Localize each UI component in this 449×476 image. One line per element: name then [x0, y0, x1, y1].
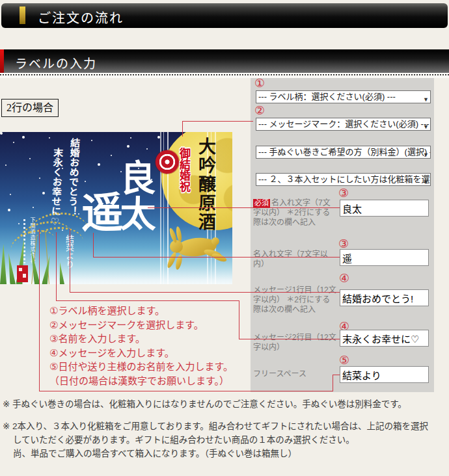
connector-name1 — [148, 207, 340, 208]
connector-msg2-h2 — [239, 339, 340, 339]
gold-accent-bar — [20, 7, 25, 24]
instruction-step: ①ラベル柄を選択します。 — [49, 304, 239, 318]
step-number-2: ② — [254, 105, 265, 116]
instruction-steps: ①ラベル柄を選択します。 ②メッセージマークを選択します。 ③名前を入力します。… — [49, 304, 239, 388]
case-label: 2行の場合 — [1, 99, 59, 117]
step-number-1: ① — [254, 77, 265, 89]
freespace-field-label: フリースペース — [253, 369, 336, 379]
connector-msg1-h — [70, 292, 340, 293]
dotted-separator — [0, 74, 449, 75]
message2-field-label: メッセージ2行目（12文字以内） — [253, 333, 336, 352]
message-line2-input[interactable] — [340, 330, 429, 347]
red-accent-bar — [0, 49, 4, 73]
step-number-4a: ④ — [339, 272, 349, 284]
instruction-step: （日付の場合は漢数字でお願いします。） — [49, 374, 239, 388]
step-number-3a: ③ — [338, 187, 349, 199]
rice-ear-graphic — [33, 226, 84, 258]
connector-msg1-v — [70, 229, 70, 293]
note-line: ※ 2本入り、３本入り化粧箱をご用意しております。組み合わせてギフトにされたい場… — [3, 419, 428, 432]
hanko-seal-icon — [17, 265, 28, 282]
tenugui-wrap-select-value: --- 手ぬぐい巻きご希望の方（別料金）(選択) --- — [258, 147, 431, 157]
dropdown-arrow-icon: ▼ — [423, 121, 429, 131]
occasion-stamp-text: 御結婚祝 — [176, 148, 192, 220]
name-line1-input[interactable] — [340, 200, 429, 217]
connector-freespace-h1 — [39, 391, 333, 391]
tenugui-wrap-select[interactable]: --- 手ぬぐい巻きご希望の方（別料金）(選択) --- ▼ — [256, 146, 431, 159]
message-line1-input[interactable] — [340, 289, 429, 306]
name-line2-input[interactable] — [340, 249, 429, 266]
dropdown-arrow-icon: ▼ — [423, 176, 429, 186]
grass-graphic — [6, 253, 18, 284]
page-title: ご注文の流れ — [38, 8, 124, 27]
header-bar: ご注文の流れ — [1, 3, 448, 28]
order-flow-page: ご注文の流れ ラベルの入力 2行の場合 御結婚祝 大吟醸原酒 良太 遥 結婚おめ… — [0, 0, 449, 476]
step-number-5: ⑤ — [339, 354, 349, 366]
gift-box-select[interactable]: --- ２、３本入セットにしたい方は化粧箱を選択 --- ▼ — [256, 173, 431, 186]
message-mark-select[interactable]: --- メッセージマーク：選択ください(必須) --- ▼ — [256, 118, 431, 131]
free-space-input[interactable] — [340, 366, 429, 383]
name2-field-label: 名入れ文字（7文字以内） — [253, 250, 336, 269]
dropdown-arrow-icon: ▼ — [423, 149, 429, 159]
instruction-step: ②メッセージマークを選択します。 — [49, 318, 239, 332]
rabbit-icon — [163, 226, 228, 274]
instruction-step: ④メッセージを入力します。 — [49, 346, 239, 360]
gift-box-select-value: --- ２、３本入セットにしたい方は化粧箱を選択 --- — [258, 174, 431, 184]
product-name-text: 大吟醸原酒 — [193, 137, 219, 240]
message-mark-select-value: --- メッセージマーク：選択ください(必須) --- — [258, 119, 429, 129]
instruction-step: ⑤日付や送り主様のお名前を入力します。 — [49, 360, 239, 374]
note-line: ※ 手ぬぐい巻きの場合は、化粧箱入りにはなりませんのでご注意ください。手ぬぐい巻… — [3, 397, 407, 410]
section-bar: ラベルの入力 — [0, 49, 449, 73]
connector-msg2-v2 — [239, 300, 239, 339]
dropdown-arrow-icon: ▼ — [423, 94, 429, 103]
required-badge: 必須 — [253, 199, 270, 207]
stars-large — [0, 132, 3, 135]
message1-field-label: メッセージ1行目（12文字以内） ＊2行にする際は次の欄へ記入 — [253, 285, 336, 315]
note-line: していただく必要があります。ギフトに組み合わせたい商品の１本のみ選択ください。 — [13, 432, 355, 445]
note-line: 尚、単品でご購入の場合すべて箱入になります。（手ぬぐい巻は箱無し） — [13, 446, 297, 459]
name1-field-label: 必須名入れ文字（7文字以内） ＊2行にする際は次の欄へ記入 — [253, 198, 336, 228]
section-title: ラベルの入力 — [15, 54, 97, 72]
label-pattern-select[interactable]: --- ラベル柄：選択ください(必須) --- ▼ — [256, 90, 431, 103]
instruction-step: ③名前を入力します。 — [49, 332, 239, 346]
connector-moon-h — [182, 121, 253, 122]
connector-name2-v — [93, 233, 94, 258]
step-number-3b: ③ — [338, 238, 349, 250]
connector-msg2-v1 — [56, 232, 57, 301]
label-pattern-select-value: --- ラベル柄：選択ください(必須) --- — [258, 92, 396, 101]
connector-name2-h — [93, 257, 340, 258]
connector-msg2-h1 — [56, 300, 239, 301]
grass-graphic — [0, 244, 9, 284]
sake-label-preview: 御結婚祝 大吟醸原酒 良太 遥 結婚おめでとう！ 末永くお幸せに♡ 結菜より 下… — [0, 132, 232, 284]
connector-moon-v — [182, 121, 183, 137]
connector-freespace-v2 — [333, 375, 333, 391]
connector-freespace-v1 — [39, 229, 40, 391]
